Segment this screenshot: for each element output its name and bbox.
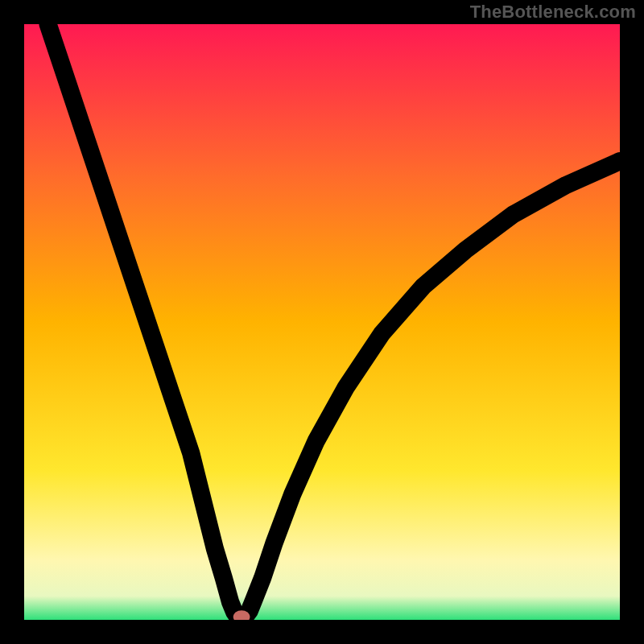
watermark-text: TheBottleneck.com xyxy=(470,2,636,23)
gradient-background xyxy=(24,24,620,620)
chart-svg xyxy=(24,24,620,620)
chart-frame: TheBottleneck.com xyxy=(0,0,644,644)
plot-area xyxy=(24,24,620,620)
